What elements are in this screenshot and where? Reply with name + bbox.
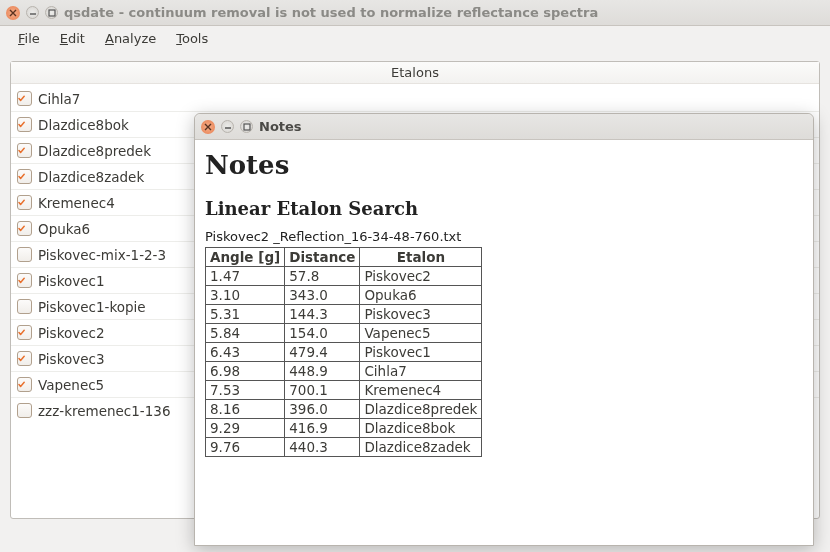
dialog-window-controls [201,120,253,134]
table-cell: 154.0 [285,324,360,343]
list-item-label: Piskovec2 [38,325,105,341]
menubar: File Edit Analyze Tools [0,26,830,51]
table-cell: Cihla7 [360,362,482,381]
checkbox[interactable] [17,247,32,262]
checkbox[interactable] [17,377,32,392]
minimize-icon[interactable] [221,120,234,133]
list-item-label: Dlazdice8zadek [38,169,144,185]
table-row: 6.98448.9Cihla7 [206,362,482,381]
svg-rect-1 [244,124,250,130]
table-cell: 479.4 [285,343,360,362]
checkbox[interactable] [17,117,32,132]
table-cell: 7.53 [206,381,285,400]
checkbox[interactable] [17,221,32,236]
table-cell: Piskovec3 [360,305,482,324]
list-item[interactable]: Cihla7 [11,86,819,112]
checkbox[interactable] [17,169,32,184]
table-cell: Piskovec2 [360,267,482,286]
list-item-label: Piskovec1-kopie [38,299,146,315]
menu-analyze[interactable]: Analyze [95,28,166,49]
table-row: 5.31144.3Piskovec3 [206,305,482,324]
table-cell: Kremenec4 [360,381,482,400]
checkbox[interactable] [17,403,32,418]
table-cell: 9.76 [206,438,285,457]
table-cell: 416.9 [285,419,360,438]
menu-file[interactable]: File [8,28,50,49]
close-icon[interactable] [201,120,215,134]
menu-tools[interactable]: Tools [166,28,218,49]
table-cell: 6.98 [206,362,285,381]
table-cell: 3.10 [206,286,285,305]
table-row: 9.76440.3Dlazdice8zadek [206,438,482,457]
table-row: 3.10343.0Opuka6 [206,286,482,305]
table-cell: 9.29 [206,419,285,438]
table-cell: Dlazdice8predek [360,400,482,419]
table-cell: Opuka6 [360,286,482,305]
table-cell: 5.31 [206,305,285,324]
list-item-label: Dlazdice8bok [38,117,129,133]
results-table: Angle [g]DistanceEtalon 1.4757.8Piskovec… [205,247,482,457]
menu-edit[interactable]: Edit [50,28,95,49]
notes-subheading: Linear Etalon Search [205,198,803,219]
close-icon[interactable] [6,6,20,20]
table-cell: Dlazdice8bok [360,419,482,438]
table-header: Angle [g] [206,248,285,267]
maximize-icon[interactable] [240,120,253,133]
checkbox[interactable] [17,143,32,158]
notes-filename: Piskovec2 _Reflection_16-34-48-760.txt [205,229,803,244]
table-row: 5.84154.0Vapenec5 [206,324,482,343]
list-item-label: Opuka6 [38,221,90,237]
table-cell: Piskovec1 [360,343,482,362]
notes-dialog: Notes Notes Linear Etalon Search Piskove… [194,113,814,546]
checkbox[interactable] [17,325,32,340]
table-cell: 57.8 [285,267,360,286]
dialog-titlebar: Notes [195,114,813,140]
table-row: 9.29416.9Dlazdice8bok [206,419,482,438]
table-row: 8.16396.0Dlazdice8predek [206,400,482,419]
table-cell: 440.3 [285,438,360,457]
checkbox[interactable] [17,91,32,106]
table-row: 1.4757.8Piskovec2 [206,267,482,286]
table-cell: 6.43 [206,343,285,362]
table-header: Etalon [360,248,482,267]
dialog-body: Notes Linear Etalon Search Piskovec2 _Re… [195,140,813,545]
main-titlebar: qsdate - continuum removal is not used t… [0,0,830,26]
table-cell: 144.3 [285,305,360,324]
table-cell: 1.47 [206,267,285,286]
checkbox[interactable] [17,195,32,210]
table-cell: Vapenec5 [360,324,482,343]
table-cell: 700.1 [285,381,360,400]
table-cell: 343.0 [285,286,360,305]
table-cell: 396.0 [285,400,360,419]
list-item-label: Dlazdice8predek [38,143,151,159]
list-item-label: Kremenec4 [38,195,115,211]
notes-heading: Notes [205,150,803,180]
svg-rect-0 [49,10,55,16]
checkbox[interactable] [17,273,32,288]
minimize-icon[interactable] [26,6,39,19]
table-header: Distance [285,248,360,267]
list-item-label: Piskovec3 [38,351,105,367]
window-controls [6,6,58,20]
checkbox[interactable] [17,351,32,366]
list-item-label: Vapenec5 [38,377,104,393]
list-item-label: Piskovec1 [38,273,105,289]
panel-title: Etalons [11,62,819,84]
table-cell: 448.9 [285,362,360,381]
list-item-label: zzz-kremenec1-136 [38,403,170,419]
maximize-icon[interactable] [45,6,58,19]
window-title: qsdate - continuum removal is not used t… [64,5,598,20]
list-item-label: Piskovec-mix-1-2-3 [38,247,166,263]
table-row: 6.43479.4Piskovec1 [206,343,482,362]
table-cell: 5.84 [206,324,285,343]
dialog-title: Notes [259,119,302,134]
table-cell: Dlazdice8zadek [360,438,482,457]
table-cell: 8.16 [206,400,285,419]
checkbox[interactable] [17,299,32,314]
list-item-label: Cihla7 [38,91,80,107]
table-row: 7.53700.1Kremenec4 [206,381,482,400]
